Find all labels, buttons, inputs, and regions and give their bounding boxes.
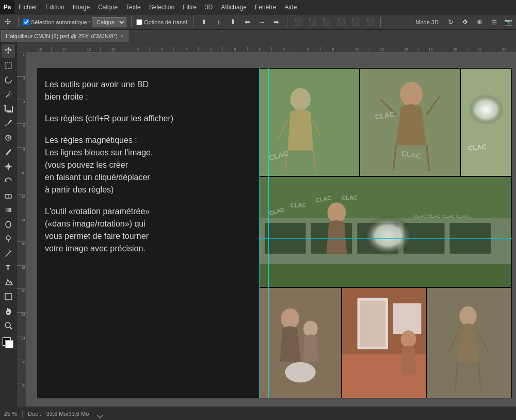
- guide-vertical-2: [268, 68, 269, 398]
- document-tab[interactable]: L'aiguilleur CMJN (2).psd @ 25% (CMJN/8*…: [1, 30, 128, 42]
- menu-fichier[interactable]: Fichier: [14, 0, 41, 14]
- move-tool-btn[interactable]: [2, 44, 15, 58]
- comic-panel-7: [427, 287, 512, 398]
- shape-tool-btn[interactable]: [2, 290, 15, 303]
- ruler-tick: 22: [492, 47, 516, 51]
- distribute-left-icon[interactable]: ⬛: [335, 17, 347, 28]
- mode3d-rotate-icon[interactable]: ↻: [445, 17, 456, 28]
- align-bottom-icon[interactable]: ⬇: [228, 17, 239, 28]
- comic-panel-2: CLAC CLAC: [360, 68, 460, 176]
- text-line4: L'outil «rotation paramétrée» («dans ima…: [45, 205, 249, 255]
- marquee-tool-btn[interactable]: [2, 59, 15, 72]
- foreground-swatch[interactable]: [3, 337, 14, 349]
- main-area: T -16 -14 -12 -10 -8: [0, 42, 516, 407]
- ruler-tick: -10: [100, 47, 124, 51]
- tab-close-button[interactable]: ×: [121, 34, 124, 39]
- ruler-tick: 2: [247, 47, 271, 51]
- blur-btn[interactable]: [2, 218, 15, 231]
- hand-tool-btn[interactable]: [2, 304, 15, 318]
- align-left-icon[interactable]: ⬅: [242, 17, 253, 28]
- distribute-hcenter-icon[interactable]: ⬛: [350, 17, 361, 28]
- ruler-corner: [17, 42, 27, 53]
- svg-point-14: [5, 322, 10, 328]
- menu-filtre[interactable]: Filtre: [179, 0, 201, 14]
- text-tool-btn[interactable]: T: [2, 261, 15, 274]
- menu-texte[interactable]: Texte: [122, 0, 145, 14]
- menu-edition[interactable]: Edition: [41, 0, 69, 14]
- menu-image[interactable]: Image: [69, 0, 94, 14]
- crop-tool-btn[interactable]: [2, 102, 15, 116]
- menu-fenetre[interactable]: Fenêtre: [251, 0, 280, 14]
- mode3d-zoom-icon[interactable]: ⊕: [474, 17, 485, 28]
- ruler-tick: 8: [320, 47, 345, 51]
- menu-3d[interactable]: 3D: [201, 0, 217, 14]
- mode3d-label: Mode 3D :: [415, 19, 442, 25]
- ruler-left-tick: 18: [17, 265, 26, 289]
- comic-panel-1: CLAC: [259, 68, 360, 176]
- distribute-right-icon[interactable]: ⬛: [364, 17, 376, 28]
- path-select-btn[interactable]: [2, 276, 15, 289]
- auto-select-dropdown[interactable]: Calque Groupe: [92, 17, 126, 27]
- menu-items: Fichier Edition Image Calque Texte Sélec…: [14, 0, 301, 14]
- eraser-btn[interactable]: [2, 189, 15, 202]
- align-right-icon[interactable]: ➡: [271, 17, 282, 28]
- distribute-top-icon[interactable]: ⬛: [292, 17, 303, 28]
- mode3d-move-icon[interactable]: ⊞: [488, 17, 499, 28]
- ruler-tick: 20: [467, 47, 491, 51]
- brush-tool-btn[interactable]: [2, 146, 15, 159]
- pen-tool-btn[interactable]: [2, 247, 15, 260]
- align-vcenter-icon[interactable]: ↕: [213, 17, 224, 28]
- ruler-tick: 0: [222, 47, 247, 51]
- status-arrow-icon[interactable]: [96, 411, 104, 416]
- ruler-left-tick: 14: [17, 218, 26, 241]
- toolbar: Sélection automatique : Calque Groupe Op…: [0, 14, 516, 30]
- text-panel: Les outils pour avoir une BD bien droite…: [37, 68, 259, 398]
- tab-bar: L'aiguilleur CMJN (2).psd @ 25% (CMJN/8*…: [0, 30, 516, 42]
- menu-selection[interactable]: Sélection: [145, 0, 179, 14]
- ruler-tick: 16: [418, 47, 443, 51]
- ruler-left-tick: 8: [17, 147, 26, 171]
- magic-wand-btn[interactable]: [2, 88, 15, 101]
- dodge-btn[interactable]: [2, 232, 15, 246]
- zoom-tool-btn[interactable]: [2, 319, 15, 332]
- menu-aide[interactable]: Aide: [280, 0, 301, 14]
- app-icon-label: Ps: [4, 4, 11, 11]
- svg-rect-48: [260, 288, 341, 398]
- svg-rect-58: [427, 288, 511, 398]
- camera-icon[interactable]: 📷: [503, 17, 514, 28]
- doc-size: 33,6 Mo/33,6 Mo: [46, 411, 89, 417]
- gradient-btn[interactable]: [2, 203, 15, 217]
- lasso-tool-btn[interactable]: [2, 73, 15, 87]
- distribute-bottom-icon[interactable]: ⬛: [321, 17, 332, 28]
- eyedropper-btn[interactable]: [2, 117, 15, 130]
- align-top-icon[interactable]: ⬆: [199, 17, 210, 28]
- comic-panel-3: CLAC: [460, 68, 512, 176]
- clone-stamp-btn[interactable]: [2, 160, 15, 173]
- zoom-level: 25 %: [4, 411, 17, 417]
- text-line1: Les outils pour avoir une BD bien droite…: [45, 78, 249, 103]
- ruler-left-tick: 2: [17, 76, 26, 100]
- menu-affichage[interactable]: Affichage: [217, 0, 251, 14]
- comic-panel-5: [259, 287, 342, 398]
- distribute-mid-icon[interactable]: ⬛: [307, 17, 318, 28]
- toolbar-sep-5: [380, 17, 381, 27]
- ruler-left-tick: 12: [17, 194, 26, 218]
- healing-brush-btn[interactable]: [2, 131, 15, 144]
- svg-rect-55: [342, 288, 426, 398]
- options-transf-label: Options de transf.: [144, 19, 189, 25]
- ruler-tick: -8: [125, 47, 149, 51]
- text-line3: Les règles magnétiques : Les lignes bleu…: [45, 134, 249, 196]
- ruler-tick: -6: [149, 47, 173, 51]
- canvas-guide-v1: [259, 68, 260, 398]
- ruler-left-tick: 10: [17, 171, 26, 195]
- move-tool-icon[interactable]: [2, 17, 13, 28]
- menu-bar: Ps Fichier Edition Image Calque Texte Sé…: [0, 0, 516, 14]
- history-brush-btn[interactable]: [2, 174, 15, 188]
- ruler-left-tick: 22: [17, 312, 26, 336]
- menu-calque[interactable]: Calque: [94, 0, 122, 14]
- ruler-left-tick: 26: [17, 360, 26, 383]
- align-hcenter-icon[interactable]: ↔: [256, 17, 268, 28]
- options-transf-checkbox[interactable]: [136, 19, 142, 25]
- mode3d-pan-icon[interactable]: ✥: [459, 17, 471, 28]
- auto-select-checkbox[interactable]: [23, 19, 29, 25]
